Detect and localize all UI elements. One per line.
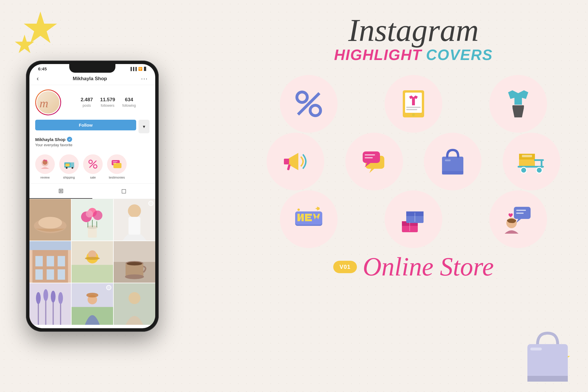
photo-coffee: [114, 241, 155, 283]
photo-cell-4[interactable]: [29, 241, 71, 283]
shopping-bag-icon-circle: [424, 133, 482, 190]
bottom-row: V01 Online Store: [262, 254, 565, 280]
phone-notch: [69, 64, 115, 73]
svg-rect-15: [113, 163, 116, 163]
follow-button[interactable]: Follow: [35, 120, 136, 130]
photo-cell-2[interactable]: [72, 199, 113, 241]
svg-rect-36: [58, 256, 65, 266]
outfit-icon-circle: [489, 75, 547, 133]
highlight-testimonies-label: testimonies: [109, 176, 125, 179]
highlight-review[interactable]: review: [35, 154, 55, 179]
review-highlight-icon: [39, 158, 51, 170]
photo-cell-8[interactable]: [72, 283, 113, 325]
highlight-sale[interactable]: sale: [83, 154, 103, 179]
svg-point-18: [38, 217, 62, 229]
shipping-highlight-icon: [63, 158, 75, 170]
delivery-icon-circle: [503, 133, 560, 190]
svg-point-92: [521, 167, 527, 173]
photo-cell-1[interactable]: [29, 199, 71, 241]
svg-marker-79: [369, 169, 374, 173]
photo-5: [72, 241, 113, 283]
svg-rect-38: [47, 269, 54, 280]
svg-rect-6: [65, 164, 70, 166]
bag-decoration: [522, 327, 574, 386]
svg-point-59: [51, 291, 55, 303]
photo-cell-9[interactable]: [114, 283, 155, 325]
tab-bar: ⊞ ◻: [29, 184, 155, 199]
svg-marker-106: [516, 219, 521, 223]
svg-rect-77: [287, 164, 291, 170]
svg-point-74: [412, 113, 415, 116]
tab-tagged[interactable]: ◻: [92, 184, 155, 199]
posts-label: posts: [83, 104, 91, 108]
photo-cell-3[interactable]: [114, 199, 155, 241]
delivery-icon: [516, 146, 547, 177]
highlight-shipping-circle: [59, 154, 79, 174]
svg-rect-13: [113, 163, 121, 168]
icons-row-2: [262, 133, 565, 190]
photo-cell-5[interactable]: [72, 241, 113, 283]
multi-select-indicator: [148, 201, 153, 206]
highlight-shipping[interactable]: shipping: [59, 154, 79, 179]
followers-stat: 11.579 followers: [100, 97, 115, 108]
testimonies-highlight-icon: [111, 158, 123, 170]
svg-point-57: [36, 292, 41, 304]
svg-point-60: [58, 292, 63, 304]
svg-rect-37: [35, 269, 43, 280]
highlight-shipping-label: shipping: [63, 176, 75, 179]
avatar-ring: m: [35, 89, 61, 115]
svg-rect-42: [72, 265, 113, 283]
status-icons: ▐▐▐ 🛜 ▊: [129, 67, 147, 71]
highlight-review-circle: [35, 154, 55, 174]
svg-point-67: [297, 92, 307, 102]
photo-grid: [29, 199, 155, 325]
photo-lavender: [29, 283, 71, 325]
posts-count: 2.487: [80, 97, 93, 103]
follow-row: Follow ▼: [35, 120, 149, 133]
phone-mockup: 6:45 ▐▐▐ 🛜 ▊ ‹ Mikhayla Shop ···: [17, 14, 167, 378]
profile-bio: Your everyday favorite: [35, 143, 149, 147]
svg-rect-76: [284, 159, 289, 164]
highlight-testimonies[interactable]: testimonies: [107, 154, 127, 179]
svg-rect-72: [406, 107, 421, 108]
status-time: 6:45: [38, 66, 47, 71]
photo-7: [29, 283, 71, 325]
sale-highlight-icon: [87, 158, 99, 170]
svg-rect-52: [29, 283, 71, 325]
highlight-sale-label: sale: [90, 176, 96, 179]
avatar[interactable]: m: [37, 91, 59, 114]
svg-point-45: [85, 257, 100, 260]
photo-woman-yellow: [72, 241, 113, 283]
followers-count: 11.579: [100, 97, 115, 103]
profile-section: m 2.487 posts 11.579 follo: [29, 85, 155, 150]
back-button[interactable]: ‹: [37, 75, 39, 82]
instagram-title: Instagram: [262, 14, 565, 46]
review-person-icon: [502, 203, 534, 235]
percent-icon-circle: [280, 75, 338, 133]
svg-point-51: [127, 262, 142, 265]
svg-rect-14: [113, 161, 117, 162]
following-label: following: [122, 104, 136, 108]
right-panel: Instagram HIGHLIGHT COVERS: [262, 14, 565, 280]
photo-building: [29, 241, 71, 283]
svg-rect-31: [128, 217, 140, 235]
tab-grid[interactable]: ⊞: [29, 184, 92, 199]
followers-label: followers: [101, 104, 114, 108]
photo-cell-7[interactable]: [29, 283, 71, 325]
photo-hands-bowl: [29, 199, 71, 241]
new-icon: [293, 203, 325, 235]
svg-point-97: [297, 209, 300, 211]
svg-point-7: [66, 167, 68, 169]
photo-cell-6[interactable]: [114, 241, 155, 283]
svg-rect-112: [527, 376, 568, 382]
profile-name: Mikhayla Shop ✓: [35, 137, 149, 142]
more-button[interactable]: ···: [141, 75, 148, 82]
follow-dropdown-button[interactable]: ▼: [138, 120, 149, 133]
svg-rect-85: [445, 160, 451, 161]
highlight-testimonies-circle: [107, 154, 127, 174]
svg-point-8: [72, 167, 73, 169]
photo-6: [114, 241, 155, 283]
icons-row-3: [262, 190, 565, 248]
svg-point-24: [93, 211, 102, 220]
product-name: Online Store: [363, 254, 494, 280]
